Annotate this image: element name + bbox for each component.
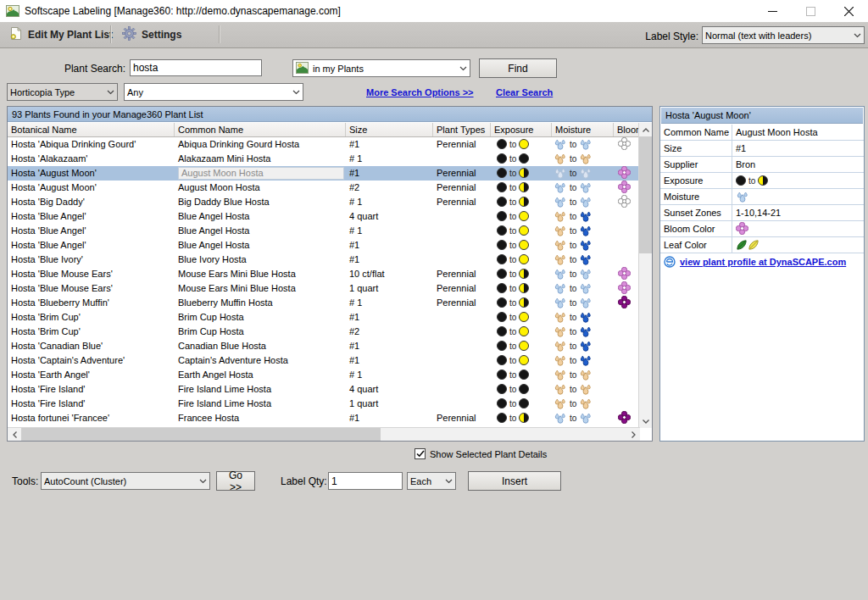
toolbar-separator <box>219 25 220 43</box>
vertical-scrollbar[interactable] <box>638 123 652 428</box>
details-field-value: Bron <box>732 157 864 172</box>
table-row[interactable]: Hosta 'Abiqua Drinking Gourd'Abiqua Drin… <box>8 137 640 152</box>
tool-select[interactable]: AutoCount (Cluster) <box>41 472 210 490</box>
common-name-editor[interactable]: August Moon Hosta <box>178 167 344 180</box>
more-search-options-link[interactable]: More Search Options >> <box>366 87 474 97</box>
details-field-label: Exposure <box>660 173 732 188</box>
table-row[interactable]: Hosta 'Big Daddy'Big Daddy Blue Hosta# 1… <box>8 195 640 209</box>
column-header-moisture[interactable]: Moisture <box>552 123 614 136</box>
exposure-black-icon <box>497 283 507 293</box>
cell-botanical-name: Hosta 'Blue Ivory' <box>8 253 175 267</box>
go-button[interactable]: Go >> <box>216 471 255 491</box>
scroll-down-icon[interactable] <box>639 414 652 428</box>
details-field-label: Leaf Color <box>660 237 732 253</box>
table-row[interactable]: Hosta 'August Moon'August Moon Hosta#2Pe… <box>8 181 640 195</box>
table-row[interactable]: Hosta 'Canadian Blue'Canadian Blue Hosta… <box>8 339 640 353</box>
details-field-label: Bloom Color <box>660 221 732 236</box>
cell-bloom <box>614 253 640 267</box>
cell-common-name: Canadian Blue Hosta <box>175 339 346 353</box>
table-row[interactable]: Hosta 'Fire Island'Fire Island Lime Host… <box>8 397 640 411</box>
exposure-black-icon <box>497 182 507 192</box>
table-row[interactable]: Hosta 'Blue Mouse Ears'Mouse Ears Mini B… <box>8 281 640 296</box>
table-row[interactable]: Hosta 'Earth Angel'Earth Angel Hosta# 1t… <box>8 368 640 382</box>
moisture-icon <box>579 210 593 222</box>
filter-type-select[interactable]: Horticopia Type <box>7 83 118 101</box>
table-row[interactable]: Hosta 'Blue Angel'Blue Angel Hosta# 1tot… <box>8 224 640 238</box>
table-row[interactable]: Hosta 'Blue Ivory'Blue Ivory Hosta#1toto <box>8 253 640 267</box>
column-header-plant-types[interactable]: Plant Types <box>433 123 491 136</box>
exposure-half-icon <box>519 168 529 178</box>
table-row[interactable]: Hosta 'Blue Mouse Ears'Mouse Ears Mini B… <box>8 267 640 281</box>
cell-moisture: to <box>552 267 614 281</box>
label-qty-input[interactable] <box>328 472 403 490</box>
cell-botanical-name: Hosta 'August Moon' <box>8 181 175 195</box>
clear-search-link[interactable]: Clear Search <box>496 87 553 97</box>
close-button[interactable] <box>830 0 868 22</box>
moisture-icon <box>579 282 593 294</box>
edit-list-icon <box>8 26 23 43</box>
plant-profile-link[interactable]: view plant profile at DynaSCAPE.com <box>680 257 846 267</box>
chevron-down-icon <box>292 90 300 95</box>
cell-bloom <box>614 195 640 209</box>
details-field: Moisture <box>660 189 864 205</box>
cell-common-name: Blue Angel Hosta <box>175 224 346 238</box>
table-row[interactable]: Hosta 'Blue Angel'Blue Angel Hosta4 quar… <box>8 209 640 224</box>
scroll-right-icon[interactable] <box>626 428 640 441</box>
column-header-size[interactable]: Size <box>346 123 433 136</box>
find-button[interactable]: Find <box>479 58 557 78</box>
moisture-icon <box>554 412 567 424</box>
scroll-left-icon[interactable] <box>8 428 21 441</box>
label-style-select[interactable]: Normal (text with leaders) <box>702 26 865 44</box>
bloom-flower-icon <box>618 296 631 308</box>
moisture-icon <box>554 239 567 251</box>
settings-button[interactable]: Settings <box>115 25 188 44</box>
browser-icon <box>664 256 676 268</box>
table-row[interactable]: Hosta 'Blue Angel'Blue Angel Hosta#1toto <box>8 238 640 253</box>
details-field-label: Size <box>660 141 732 156</box>
table-row[interactable]: Hosta 'August Moon'August Moon Hosta#1Pe… <box>8 166 640 181</box>
edit-list-label: Edit My Plant List <box>28 29 113 41</box>
table-row[interactable]: Hosta 'Fire Island'Fire Island Lime Host… <box>8 382 640 397</box>
cell-moisture: to <box>552 137 614 152</box>
cell-bloom <box>614 209 640 224</box>
horizontal-scrollbar[interactable] <box>8 427 640 441</box>
cell-bloom <box>614 166 640 181</box>
cell-exposure: to <box>491 209 552 224</box>
table-row[interactable]: Hosta 'Brim Cup'Brim Cup Hosta#2toto <box>8 325 640 339</box>
vertical-scroll-thumb[interactable] <box>639 136 652 253</box>
horizontal-scroll-thumb[interactable] <box>21 428 381 441</box>
exposure-black-icon <box>497 211 507 221</box>
table-row[interactable]: Hosta 'Alakazaam'Alakazaam Mini Hosta# 1… <box>8 152 640 166</box>
maximize-button[interactable] <box>792 0 830 22</box>
cell-plant-type <box>433 238 491 253</box>
details-field: Leaf Color <box>660 237 864 253</box>
column-header-botanical-name[interactable]: Botanical Name <box>8 123 175 136</box>
insert-button[interactable]: Insert <box>468 471 561 491</box>
search-panel: Plant Search: in my Plants Find Horticop… <box>0 48 868 106</box>
exposure-black-icon <box>519 369 529 380</box>
exposure-half-icon <box>519 269 529 279</box>
search-scope-select[interactable]: in my Plants <box>292 59 470 77</box>
show-details-checkbox[interactable] <box>415 448 426 459</box>
bloom-flower-icon <box>618 181 631 193</box>
moisture-icon <box>579 225 593 236</box>
table-row[interactable]: Hosta 'Captain's Adventure'Captain's Adv… <box>8 353 640 368</box>
edit-my-plant-list-button[interactable]: Edit My Plant List <box>2 25 120 44</box>
cell-plant-type <box>433 397 491 411</box>
plant-search-input[interactable] <box>130 59 262 76</box>
moisture-icon <box>554 297 567 308</box>
qty-unit-select[interactable]: Each <box>407 472 456 490</box>
table-row[interactable]: Hosta 'Blueberry Muffin'Blueberry Muffin… <box>8 296 640 310</box>
column-header-exposure[interactable]: Exposure <box>491 123 552 136</box>
table-row[interactable]: Hosta fortunei 'Francee'Francee Hosta#1P… <box>8 411 640 425</box>
cell-exposure: to <box>491 411 552 425</box>
column-header-bloom[interactable]: Bloom <box>614 123 640 136</box>
scroll-up-icon[interactable] <box>639 123 652 136</box>
exposure-black-icon <box>497 168 507 178</box>
filter-value-select[interactable]: Any <box>124 83 303 101</box>
tools-label: Tools: <box>12 475 38 487</box>
moisture-icon <box>736 191 749 203</box>
table-row[interactable]: Hosta 'Brim Cup'Brim Cup Hosta#1toto <box>8 310 640 325</box>
minimize-button[interactable] <box>754 0 792 22</box>
column-header-common-name[interactable]: Common Name <box>175 123 346 136</box>
